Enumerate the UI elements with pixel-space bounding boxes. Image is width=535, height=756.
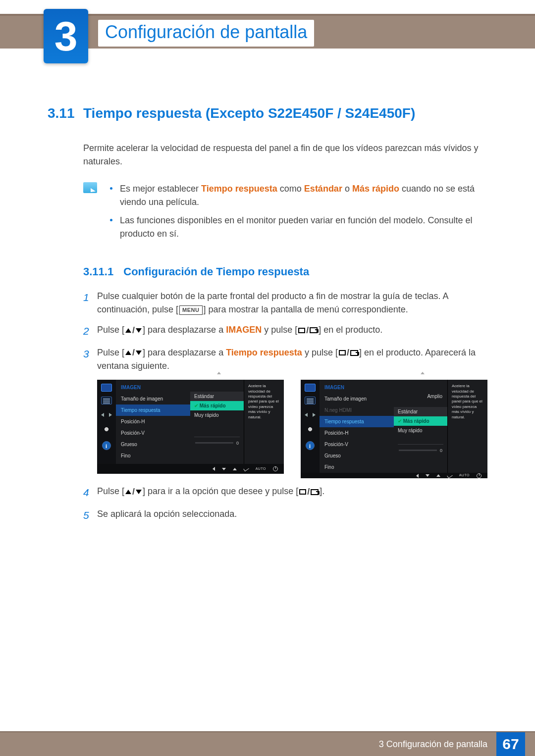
step-text-part: ] para desplazarse a — [143, 325, 226, 335]
info-tab-icon — [306, 441, 315, 450]
osd-value-standard: Estándar — [190, 392, 244, 401]
position-tab-icon — [305, 409, 316, 420]
nav-up-icon — [436, 474, 440, 477]
osd-sidebar — [97, 380, 116, 464]
osd-menu-list: IMAGEN Tamaño de imagen Tiempo respuesta… — [116, 380, 190, 464]
step-text-part: ] para desplazarse a — [143, 348, 226, 357]
step-number-5: 5 — [83, 507, 97, 523]
osd-description: Acelere la velocidad de respuesta del pa… — [447, 380, 487, 473]
subsection-title: Configuración de Tiempo respuesta — [123, 265, 309, 278]
step-5: Se aplicará la opción seleccionada. — [97, 507, 487, 523]
osd-item-posh: Posición-H — [116, 416, 190, 427]
nav-up-icon — [233, 468, 237, 470]
osd-item-response-selected: Tiempo respuesta — [320, 416, 394, 427]
osd-item-posh: Posición-H — [320, 427, 394, 439]
note-item-1: Es mejor establecer Tiempo respuesta com… — [110, 182, 487, 209]
nav-up-down-icon: / — [125, 346, 142, 359]
note-item-2: Las funciones disponibles en el monitor … — [110, 214, 487, 241]
section-intro: Permite acelerar la velocidad de respues… — [83, 142, 487, 168]
osd-item-size: Tamaño de imagen — [116, 393, 190, 404]
position-tab-icon — [101, 409, 112, 420]
osd-menu-title: IMAGEN — [320, 383, 394, 393]
step-text-part: Pulse [ — [97, 348, 124, 357]
osd-nav-bar: AUTO — [301, 473, 487, 478]
nav-down-icon — [222, 468, 226, 470]
nav-left-icon — [213, 467, 215, 471]
nav-down-icon — [426, 474, 429, 477]
osd-value-fastest: Muy rápido — [394, 426, 447, 435]
osd-fine-value: 0 — [190, 439, 244, 448]
note-term: Estándar — [304, 184, 342, 194]
nav-power-icon — [273, 466, 278, 471]
submenu-arrow-icon — [217, 372, 221, 374]
enter-source-icon: / — [298, 324, 318, 337]
osd-fine-value: 0 — [394, 447, 447, 455]
section-heading: 3.11 Tiempo respuesta (Excepto S22E450F … — [48, 103, 487, 124]
osd-value-fastest: Muy rápido — [190, 410, 244, 420]
osd-value-wide: Amplio — [394, 392, 447, 401]
osd-value-faster-selected: Más rápido — [190, 401, 244, 410]
picture-tab-icon — [305, 384, 316, 392]
step-number-3: 3 — [83, 346, 97, 373]
osd-item-posv: Posición-V — [320, 439, 394, 450]
nav-up-down-icon: / — [125, 485, 142, 499]
page-footer: 3 Configuración de pantalla 67 — [0, 732, 535, 756]
osd-submenu: Estándar Más rápido Muy rápido 0 — [190, 380, 244, 464]
list-tab-icon — [101, 397, 112, 404]
note-icon — [83, 182, 97, 193]
nav-auto-label: AUTO — [256, 466, 266, 472]
menu-key: MENU — [179, 305, 202, 315]
subsection-number: 3.11.1 — [83, 265, 113, 278]
list-tab-icon — [305, 397, 316, 404]
osd-sidebar — [301, 380, 320, 473]
enter-source-icon: / — [339, 346, 358, 359]
osd-item-hdmi-disabled: N.neg HDMI — [320, 404, 394, 416]
footer-chapter-label: 3 Configuración de pantalla — [379, 739, 487, 750]
nav-up-down-icon: / — [125, 324, 142, 337]
step-text-part: ] en el producto. — [319, 325, 382, 335]
step-4: Pulse [/] para ir a la opción que desee … — [97, 485, 487, 501]
step-text-part: y pulse [ — [262, 325, 297, 335]
note-text: como — [280, 184, 304, 194]
osd-panel-2: IMAGEN Tamaño de imagen N.neg HDMI Tiemp… — [301, 380, 487, 474]
info-tab-icon — [102, 441, 111, 450]
note-term: Tiempo respuesta — [201, 184, 277, 194]
note-text: o — [345, 184, 352, 194]
step-number-2: 2 — [83, 323, 97, 339]
osd-item-response-selected: Tiempo respuesta — [116, 404, 190, 416]
step-text-part: ] para ir a la opción que desee y pulse … — [143, 486, 298, 496]
osd-description: Acelere la velocidad de respuesta del pa… — [244, 380, 284, 464]
chapter-number-badge: 3 — [44, 9, 88, 63]
note-term: Más rápido — [352, 184, 399, 194]
nav-enter-icon — [243, 466, 249, 472]
nav-power-icon — [477, 473, 482, 478]
chapter-header: 3 Configuración de pantalla — [0, 14, 535, 49]
note-block: Es mejor establecer Tiempo respuesta com… — [83, 182, 487, 246]
osd-menu-title: IMAGEN — [116, 383, 190, 393]
nav-auto-label: AUTO — [459, 473, 470, 478]
settings-tab-icon — [305, 425, 316, 433]
section-title: Tiempo respuesta (Excepto S22E450F / S24… — [83, 103, 415, 124]
step-term: IMAGEN — [226, 325, 262, 335]
step-text-part: Pulse [ — [97, 325, 124, 335]
osd-nav-bar: AUTO — [97, 464, 284, 474]
nav-enter-icon — [447, 473, 453, 478]
osd-panel-1: IMAGEN Tamaño de imagen Tiempo respuesta… — [97, 380, 284, 474]
step-text-part: Pulse [ — [97, 486, 124, 496]
osd-submenu: Amplio Estándar Más rápido Muy rápido 0 — [394, 380, 447, 473]
section-number: 3.11 — [48, 103, 83, 124]
step-text-part: ]. — [320, 486, 324, 496]
osd-item-coarse: Grueso — [320, 450, 394, 461]
osd-item-coarse: Grueso — [116, 439, 190, 450]
settings-tab-icon — [101, 425, 112, 433]
subsection-heading: 3.11.1 Configuración de Tiempo respuesta — [83, 263, 487, 280]
step-text-part: y pulse [ — [302, 348, 338, 357]
picture-tab-icon — [101, 384, 112, 392]
osd-menu-list: IMAGEN Tamaño de imagen N.neg HDMI Tiemp… — [320, 380, 394, 473]
step-term: Tiempo respuesta — [226, 348, 302, 357]
step-1: Pulse cualquier botón de la parte fronta… — [97, 290, 487, 316]
osd-screenshots: IMAGEN Tamaño de imagen Tiempo respuesta… — [97, 380, 487, 474]
enter-source-icon: / — [299, 485, 319, 499]
step-2: Pulse [/] para desplazarse a IMAGEN y pu… — [97, 323, 487, 339]
osd-item-size: Tamaño de imagen — [320, 393, 394, 404]
